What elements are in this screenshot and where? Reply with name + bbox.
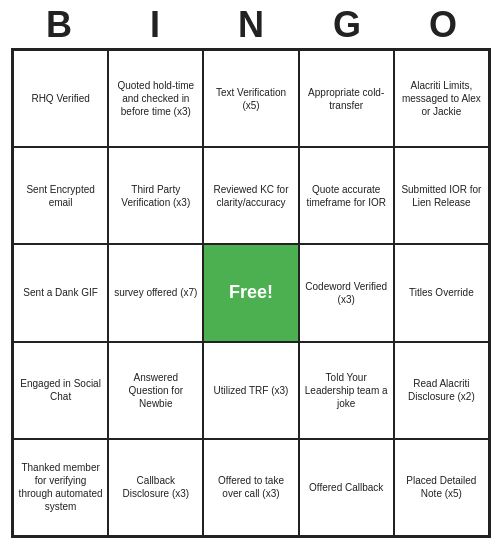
cell-r1c3[interactable]: Text Verification (x5) [203,50,298,147]
cell-r3c4[interactable]: Codeword Verified (x3) [299,244,394,341]
cell-r2c3[interactable]: Reviewed KC for clarity/accuracy [203,147,298,244]
cell-r1c4[interactable]: Appropriate cold-transfer [299,50,394,147]
cell-r2c5[interactable]: Submitted IOR for Lien Release [394,147,489,244]
cell-r5c4[interactable]: Offered Callback [299,439,394,536]
bingo-letter-g: G [303,4,391,46]
cell-r4c5[interactable]: Read Alacriti Disclosure (x2) [394,342,489,439]
cell-r3c3[interactable]: Free! [203,244,298,341]
cell-r5c5[interactable]: Placed Detailed Note (x5) [394,439,489,536]
cell-r1c5[interactable]: Alacriti Limits, messaged to Alex or Jac… [394,50,489,147]
cell-r1c1[interactable]: RHQ Verified [13,50,108,147]
bingo-letter-b: B [15,4,103,46]
cell-r2c4[interactable]: Quote accurate timeframe for IOR [299,147,394,244]
cell-r2c2[interactable]: Third Party Verification (x3) [108,147,203,244]
cell-r4c2[interactable]: Answered Question for Newbie [108,342,203,439]
cell-r4c3[interactable]: Utilized TRF (x3) [203,342,298,439]
bingo-letter-i: I [111,4,199,46]
cell-r2c1[interactable]: Sent Encrypted email [13,147,108,244]
bingo-title: BINGO [11,0,491,48]
cell-r5c1[interactable]: Thanked member for verifying through aut… [13,439,108,536]
cell-r4c4[interactable]: Told Your Leadership team a joke [299,342,394,439]
cell-r5c2[interactable]: Callback Disclosure (x3) [108,439,203,536]
cell-r1c2[interactable]: Quoted hold-time and checked in before t… [108,50,203,147]
cell-r3c5[interactable]: Titles Override [394,244,489,341]
bingo-letter-o: O [399,4,487,46]
bingo-letter-n: N [207,4,295,46]
cell-r5c3[interactable]: Offered to take over call (x3) [203,439,298,536]
cell-r3c2[interactable]: survey offered (x7) [108,244,203,341]
bingo-grid: RHQ VerifiedQuoted hold-time and checked… [11,48,491,538]
cell-r3c1[interactable]: Sent a Dank GIF [13,244,108,341]
cell-r4c1[interactable]: Engaged in Social Chat [13,342,108,439]
